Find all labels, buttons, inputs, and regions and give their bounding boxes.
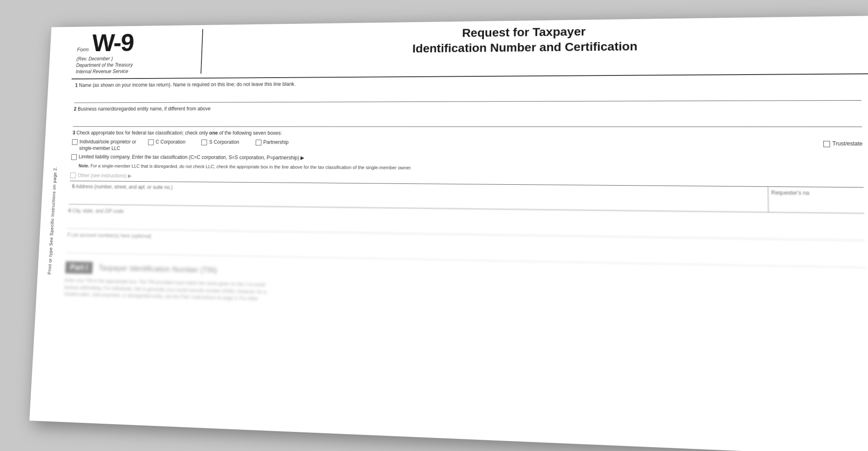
other-label: Other (see instructions) ▶ <box>78 173 132 179</box>
part-box: Part I <box>65 261 93 274</box>
form-number: W-9 <box>92 30 134 55</box>
form-wrapper: Form W-9 (Rev. December ) Department of … <box>53 16 868 451</box>
trust-checkbox[interactable] <box>823 141 830 147</box>
form-label: Form <box>77 46 89 52</box>
trust-option: Trust/estate <box>823 141 863 147</box>
field-6-desc: City, state, and ZIP code <box>72 208 124 214</box>
field-2-section: 2 Business name/disregarded entity name,… <box>73 101 862 127</box>
field-1-number: 1 <box>75 82 78 88</box>
other-checkbox[interactable] <box>70 173 76 178</box>
partnership-checkbox[interactable] <box>255 140 261 145</box>
field-3-desc-end: of the following seven boxes: <box>219 130 282 136</box>
form-right-header: Request for Taxpayer Identification Numb… <box>202 20 860 59</box>
field-5-number: 5 <box>72 184 75 190</box>
part-label: Part I <box>70 263 88 272</box>
sidebar-label: Print or type See Specific Instructions … <box>47 167 57 275</box>
dept-line2: Internal Revenue Service <box>76 68 194 75</box>
note-text: Note. For a single-member LLC that is di… <box>79 163 580 172</box>
llc-checkbox[interactable] <box>71 154 77 160</box>
partnership-option: Partnership <box>255 139 289 146</box>
trust-label: Trust/estate <box>832 141 863 147</box>
partnership-label: Partnership <box>263 139 289 146</box>
field-1-section: 1 Name (as shown on your income tax retu… <box>74 74 861 103</box>
llc-row: Limited liability company. Enter the tax… <box>71 154 863 164</box>
requester-label: Requester's na <box>771 190 861 196</box>
form-number-row: Form W-9 <box>77 29 197 55</box>
note-content: For a single-member LLC that is disregar… <box>90 163 411 170</box>
field-3-number: 3 <box>72 130 76 136</box>
field-3-bold: one <box>209 130 218 136</box>
top-options-row: Individual/sole proprietor orsingle-memb… <box>72 139 863 154</box>
s-corp-label: S Corporation <box>209 139 240 146</box>
form-left-header: Form W-9 (Rev. December ) Department of … <box>76 29 203 75</box>
c-corp-option: C Corporation <box>148 139 186 146</box>
individual-option: Individual/sole proprietor orsingle-memb… <box>72 139 136 152</box>
note-label: Note. <box>79 163 89 168</box>
dept-line1: Department of the Treasury <box>76 62 195 68</box>
field-2-desc: Business name/disregarded entity name, i… <box>78 106 211 112</box>
individual-label: Individual/sole proprietor orsingle-memb… <box>79 139 136 152</box>
main-title: Request for Taxpayer Identification Numb… <box>214 20 860 59</box>
field-1-desc: Name (as shown on your income tax return… <box>79 81 296 88</box>
individual-checkbox[interactable] <box>72 139 78 145</box>
corp-options: C Corporation S Corporation Partnership <box>148 139 809 147</box>
field-6-number: 6 <box>68 208 71 213</box>
field-2-input[interactable] <box>73 111 862 124</box>
part-title: Taxpayer Identification Number (TIN) <box>99 264 217 275</box>
field-3-desc: Check appropriate box for federal tax cl… <box>76 130 208 136</box>
address-requester: Requester's na <box>768 187 864 213</box>
field-7-number: 7 <box>67 232 70 238</box>
form-page: Print or type See Specific Instructions … <box>30 16 868 451</box>
c-corp-label: C Corporation <box>155 139 185 146</box>
c-corp-checkbox[interactable] <box>148 140 154 145</box>
s-corp-checkbox[interactable] <box>201 140 207 145</box>
form-body: 1 Name (as shown on your income tax retu… <box>59 74 868 327</box>
part-1-section: Part I Taxpayer Identification Number (T… <box>64 261 867 317</box>
rev-line: (Rev. December ) <box>76 55 195 62</box>
field-5-desc: Address (number, street, and apt. or sui… <box>76 184 173 190</box>
field-3-section: 3 Check appropriate box for federal tax … <box>70 127 864 188</box>
s-corp-option: S Corporation <box>201 139 239 146</box>
field-3-header: 3 Check appropriate box for federal tax … <box>72 130 862 137</box>
field-2-number: 2 <box>74 106 77 112</box>
llc-label: Limited liability company. Enter the tax… <box>79 154 305 161</box>
form-header: Form W-9 (Rev. December ) Department of … <box>72 16 868 79</box>
